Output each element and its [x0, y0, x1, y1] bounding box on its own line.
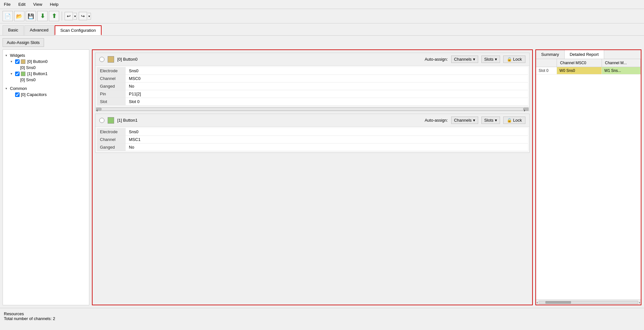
hscroll-button0[interactable]: ‹ ›	[95, 107, 529, 111]
hscroll-track[interactable]	[539, 301, 639, 304]
tab-scan-configuration[interactable]: Scan Configuration	[55, 25, 102, 35]
tree-item-sns0-b1[interactable]: [0] Sns0	[4, 77, 88, 83]
tree-label-button1: [1] Button1	[27, 71, 48, 76]
statusbar: Resources Total number of channels: 2	[0, 308, 644, 324]
prop-key: Pin	[97, 90, 126, 98]
summary-tabs: Summary Detailed Report	[536, 50, 641, 59]
widget-header-button1: [1] Button1 Auto-assign: Channels ▾ Slot…	[95, 114, 529, 127]
tree-item-capacitors[interactable]: [0] Capacitors	[4, 91, 88, 98]
tree-arrow-button0: ▾	[11, 60, 15, 63]
separator	[62, 12, 62, 21]
summary-tab-detailed-report[interactable]: Detailed Report	[565, 50, 604, 59]
toolbar: 📄 📂 💾 ⬇ ⬆ ↩ ▾ ↪ ▾	[0, 9, 644, 23]
summary-col-header-msc1: Channel M...	[602, 59, 641, 67]
redo-dropdown[interactable]: ▾	[88, 13, 91, 20]
prop-value: No	[126, 143, 528, 151]
widget-header-button0: [0] Button0 Auto-assign: Channels ▾ Slot…	[95, 53, 529, 66]
tab-advanced[interactable]: Advanced	[24, 25, 54, 35]
table-row: Channel MSC0	[97, 75, 528, 82]
hscroll-track-0	[101, 108, 523, 111]
new-button[interactable]: 📄	[3, 11, 13, 21]
slots-dropdown-0[interactable]: Slots ▾	[481, 56, 500, 63]
prop-value: Sns0	[126, 128, 528, 136]
tree-item-button1[interactable]: ▾ [1] Button1	[4, 71, 88, 77]
widget-radio-button0[interactable]	[99, 57, 104, 62]
content-area: Auto-Assign Slots ▾ Widgets ▾ [0] Button…	[0, 36, 644, 308]
tabs-bar: Basic Advanced Scan Configuration	[0, 23, 644, 36]
widget-props-button1: Electrode Sns0 Channel MSC1 Ganged No	[95, 127, 529, 152]
summary-hscroll[interactable]: ‹ ›	[536, 300, 641, 305]
prop-key: Slot	[97, 98, 126, 106]
undo-dropdown[interactable]: ▾	[74, 13, 77, 20]
tree-item-sns0-b0[interactable]: [0] Sns0	[4, 65, 88, 71]
tree-item-common[interactable]: ▾ Common	[4, 85, 88, 91]
widget-radio-button1[interactable]	[99, 118, 104, 123]
scroll-right-arrow[interactable]: ›	[523, 108, 529, 111]
summary-cell-w0-sns0: W0 Sns0	[557, 67, 602, 74]
tree-item-widgets[interactable]: ▾ Widgets	[4, 52, 88, 58]
lock-button-1[interactable]: 🔒 Lock	[503, 117, 525, 124]
scroll-left-arrow[interactable]: ‹	[96, 108, 101, 111]
hscroll-thumb[interactable]	[545, 301, 571, 304]
tree-checkbox-button0[interactable]	[15, 59, 20, 64]
upload-button[interactable]: ⬆	[49, 11, 59, 21]
summary-col-header-msc0: Channel MSC0	[557, 59, 602, 67]
tree-arrow-widgets: ▾	[5, 54, 10, 57]
menu-view[interactable]: View	[32, 1, 43, 7]
redo-button[interactable]: ↪	[79, 12, 87, 20]
tree-arrow-button1: ▾	[11, 72, 15, 75]
menu-help[interactable]: Help	[49, 1, 60, 7]
summary-col-header-empty	[536, 59, 557, 67]
table-row: Slot Slot 0	[97, 98, 528, 106]
lock-button-0[interactable]: 🔒 Lock	[503, 56, 525, 63]
prop-value: MSC0	[126, 75, 528, 82]
tree-color-button0	[21, 59, 25, 64]
status-line2: Total number of channels: 2	[4, 316, 640, 321]
widget-props-button0: Electrode Sns0 Channel MSC0 Ganged No	[95, 66, 529, 107]
summary-table: Channel MSC0 Channel M... Slot 0 W0 Sns0…	[536, 59, 641, 74]
table-row: Electrode Sns0	[97, 128, 528, 136]
tree-panel: ▾ Widgets ▾ [0] Button0 [0] Sns0 ▾ [1] B…	[3, 49, 89, 305]
channels-dropdown-0[interactable]: Channels ▾	[451, 56, 478, 63]
summary-slot-label: Slot 0	[536, 67, 557, 74]
table-row: Ganged No	[97, 82, 528, 90]
tree-checkbox-capacitors[interactable]	[15, 92, 20, 97]
table-row: Electrode Sns0	[97, 67, 528, 75]
prop-key: Electrode	[97, 128, 126, 136]
summary-tab-summary[interactable]: Summary	[536, 50, 565, 59]
slots-dropdown-1[interactable]: Slots ▾	[481, 117, 500, 124]
prop-value: No	[126, 82, 528, 90]
widget-block-button1: [1] Button1 Auto-assign: Channels ▾ Slot…	[95, 114, 530, 153]
undo-button[interactable]: ↩	[65, 12, 73, 20]
tree-checkbox-button1[interactable]	[15, 72, 20, 76]
lock-icon-0: 🔒	[507, 57, 512, 62]
summary-content: Channel MSC0 Channel M... Slot 0 W0 Sns0…	[536, 59, 641, 300]
auto-assign-slots-button[interactable]: Auto-Assign Slots	[3, 38, 44, 47]
widget-color-button0	[108, 56, 114, 63]
summary-panel: Summary Detailed Report Channel MSC0 Cha…	[535, 49, 641, 305]
channels-dropdown-1[interactable]: Channels ▾	[451, 117, 478, 124]
table-row: Slot 0 W0 Sns0 W1 Sns...	[536, 67, 641, 74]
tab-basic[interactable]: Basic	[3, 25, 24, 35]
menu-file[interactable]: File	[3, 1, 12, 7]
prop-value: Slot 0	[126, 98, 528, 106]
menu-edit[interactable]: Edit	[17, 1, 27, 7]
tree-item-button0[interactable]: ▾ [0] Button0	[4, 58, 88, 65]
main-split: ▾ Widgets ▾ [0] Button0 [0] Sns0 ▾ [1] B…	[3, 49, 641, 305]
widget-color-button1	[108, 117, 114, 124]
tree-label-capacitors: [0] Capacitors	[21, 92, 47, 97]
hscroll-left-icon[interactable]: ‹	[537, 300, 538, 304]
tree-arrow-common: ▾	[5, 87, 10, 90]
prop-value: P11[2]	[126, 90, 528, 98]
save-button[interactable]: 💾	[26, 11, 36, 21]
prop-key: Ganged	[97, 143, 126, 151]
widget-title-button1: [1] Button1	[117, 118, 421, 123]
menubar: File Edit View Help	[0, 0, 644, 9]
table-row: Ganged No	[97, 143, 528, 151]
scan-panel: [0] Button0 Auto-assign: Channels ▾ Slot…	[92, 49, 533, 305]
tree-label-widgets: Widgets	[10, 53, 25, 58]
download-button[interactable]: ⬇	[37, 11, 48, 21]
open-button[interactable]: 📂	[14, 11, 24, 21]
hscroll-right-icon[interactable]: ›	[639, 300, 640, 304]
lock-icon-1: 🔒	[507, 118, 512, 123]
